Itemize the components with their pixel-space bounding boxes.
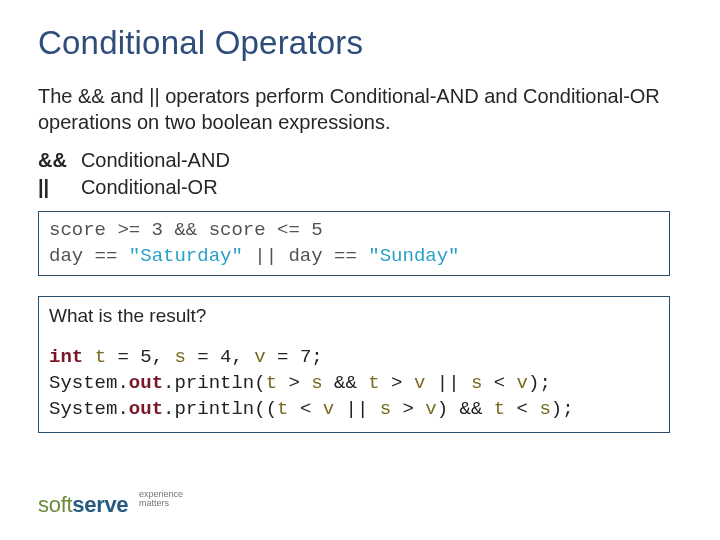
page-title: Conditional Operators [38,24,682,62]
code-field: out [129,398,163,420]
code-var: s [174,346,185,368]
operators-table: && Conditional-AND || Conditional-OR [38,147,244,201]
code-var: v [254,346,265,368]
code-example-2: int t = 5, s = 4, v = 7; System.out.prin… [49,345,659,422]
code-keyword: int [49,346,83,368]
operator-desc: Conditional-OR [81,174,244,201]
logo-serve: serve [72,492,128,517]
logo-tagline: experience matters [139,490,183,509]
code-field: out [129,372,163,394]
logo: softserve experience matters [38,490,183,518]
table-row: && Conditional-AND [38,147,244,174]
operator-symbol: && [38,147,81,174]
logo-soft: soft [38,492,72,517]
code-string: "Saturday" [129,245,243,267]
code-text: day == [49,245,129,267]
code-var: t [95,346,106,368]
operator-symbol: || [38,174,81,201]
code-text: score >= 3 && score <= 5 [49,219,323,241]
question-box: What is the result? int t = 5, s = 4, v … [38,296,670,433]
code-text: || day == [243,245,368,267]
question-text: What is the result? [49,305,659,327]
slide: Conditional Operators The && and || oper… [0,0,720,540]
code-example-1: score >= 3 && score <= 5 day == "Saturda… [38,211,670,276]
intro-text: The && and || operators perform Conditio… [38,84,682,135]
operator-desc: Conditional-AND [81,147,244,174]
code-string: "Sunday" [368,245,459,267]
table-row: || Conditional-OR [38,174,244,201]
